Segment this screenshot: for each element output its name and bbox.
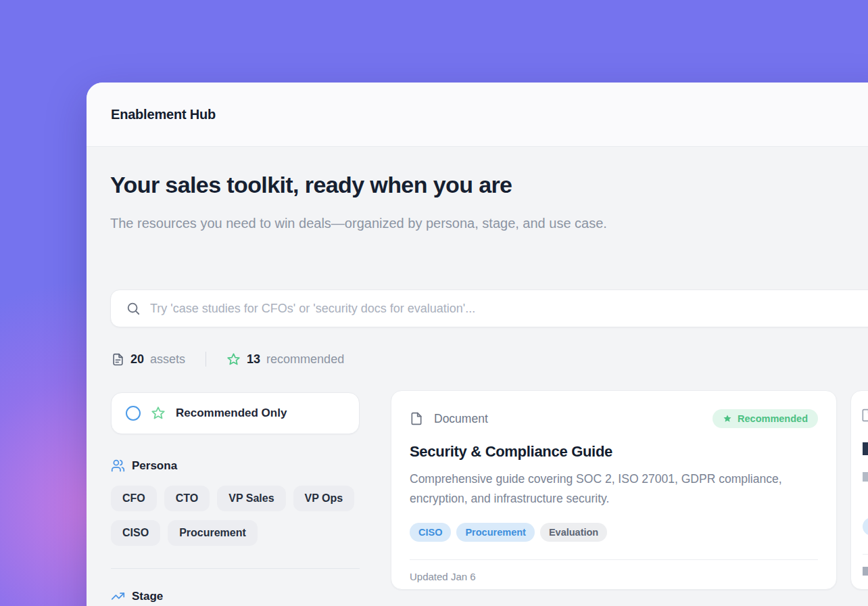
persona-chip-list: CFO CTO VP Sales VP Ops CISO Procurement [111,486,360,546]
persona-chip-procurement[interactable]: Procurement [168,520,258,546]
file-icon [861,407,868,423]
asset-card-security-compliance-guide[interactable]: Document Recommended Security & Complian… [391,390,837,590]
persona-section-header: Persona [111,459,360,473]
stage-section-header: Stage [111,589,360,603]
card-top-row: Document Recommended [410,409,818,428]
filters-sidebar: Recommended Only Persona CFO CTO VP Sale… [111,392,360,603]
window-header: Enablement Hub [87,83,868,147]
card-preview-fragment [863,554,868,555]
card-title: Security & Compliance Guide [410,443,818,461]
asset-card-partial[interactable] [850,390,868,590]
recommended-only-toggle[interactable]: Recommended Only [111,392,360,434]
stage-section-label: Stage [132,590,163,603]
recommended-label: recommended [266,352,344,367]
recommended-badge: Recommended [713,409,818,428]
assets-label: assets [150,352,185,367]
recommended-badge-label: Recommended [738,413,808,424]
file-text-icon [112,352,124,367]
recommended-stat: 13 recommended [226,352,344,367]
card-type-label: Document [434,412,488,426]
toggle-radio[interactable] [126,406,141,421]
card-tag-list: CISO Procurement Evaluation [410,523,818,542]
star-filled-icon [723,414,732,423]
sidebar-divider [111,568,360,569]
persona-chip-vp-sales[interactable]: VP Sales [217,486,285,511]
enablement-hub-window: Enablement Hub Your sales toolkit, ready… [87,83,868,606]
persona-chip-cto[interactable]: CTO [164,486,210,511]
persona-chip-vp-ops[interactable]: VP Ops [293,486,355,511]
recommended-only-label: Recommended Only [176,406,287,420]
stats-row: 20 assets 13 recommended [112,350,344,369]
card-preview-fragment [863,567,868,576]
desktop-background: Enablement Hub Your sales toolkit, ready… [0,0,868,606]
card-divider [410,559,818,560]
page-subtitle: The resources you need to win deals—orga… [110,211,671,236]
assets-count: 20 [130,352,144,367]
assets-stat: 20 assets [112,352,185,367]
tag-procurement: Procurement [456,523,534,542]
users-icon [111,459,125,473]
persona-chip-ciso[interactable]: CISO [111,520,160,546]
card-preview-fragment [863,442,868,455]
tag-evaluation: Evaluation [540,523,607,542]
search-icon [126,301,141,316]
card-updated-label: Updated Jan 6 [410,571,818,582]
file-icon [410,411,423,427]
card-type: Document [410,411,488,427]
persona-section-label: Persona [132,459,177,473]
card-description: Comprehensive guide covering SOC 2, ISO … [410,469,809,509]
card-preview-fragment [863,517,868,536]
persona-chip-cfo[interactable]: CFO [111,486,157,511]
stats-divider [206,352,206,367]
tag-ciso: CISO [410,523,451,542]
search-input[interactable] [150,290,868,327]
page-title: Your sales toolkit, ready when you are [110,172,512,198]
card-preview-fragment [863,472,868,482]
trending-up-icon [111,589,125,603]
app-title: Enablement Hub [111,107,216,122]
recommended-count: 13 [247,352,260,367]
star-icon [151,406,166,421]
search-bar[interactable] [110,289,868,327]
star-icon [226,352,241,367]
